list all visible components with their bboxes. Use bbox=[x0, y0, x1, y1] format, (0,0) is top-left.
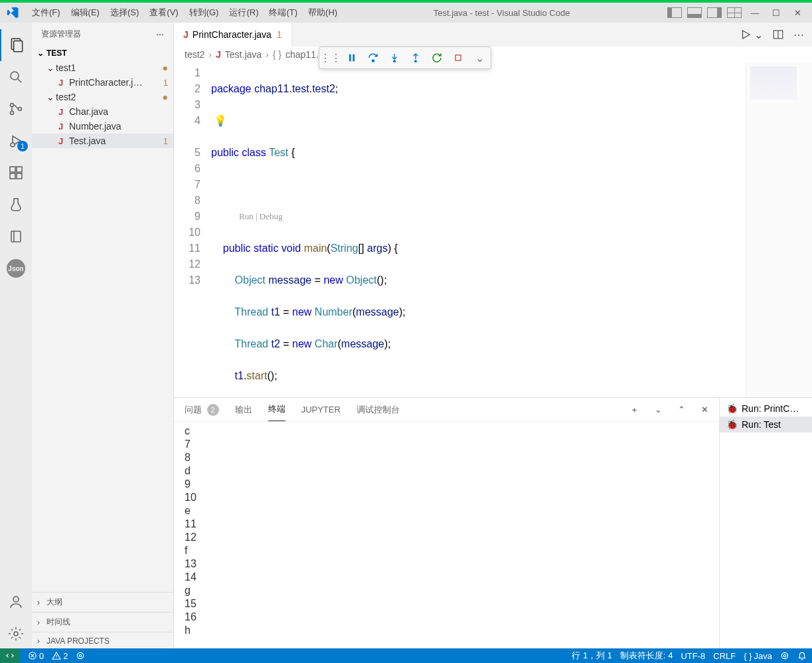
terminal-list: 🐞 Run: PrintC… 🐞 Run: Test bbox=[719, 398, 812, 650]
menu-select[interactable]: 选择(S) bbox=[105, 7, 144, 19]
run-dropdown-icon[interactable]: ⌄ bbox=[754, 29, 763, 41]
terminal-output[interactable]: c78d910e1112f1314g1516h bbox=[174, 422, 719, 650]
root-folder[interactable]: ⌄ TEST bbox=[32, 46, 173, 60]
codelens-run-debug[interactable]: Run | Debug bbox=[211, 209, 406, 225]
folder-label: test1 bbox=[56, 62, 76, 73]
menu-terminal[interactable]: 终端(T) bbox=[264, 7, 303, 19]
book-icon[interactable] bbox=[0, 221, 32, 252]
menu-goto[interactable]: 转到(G) bbox=[184, 7, 224, 19]
more-icon[interactable]: ⋯ bbox=[156, 30, 164, 39]
close-panel-icon[interactable]: ✕ bbox=[701, 405, 708, 415]
file-test[interactable]: J Test.java 1 bbox=[32, 134, 173, 148]
tab-row: J PrintCharacter.java 1 ⌄ ⋯ bbox=[174, 23, 812, 47]
tab-terminal[interactable]: 终端 bbox=[268, 398, 285, 421]
crumb-folder[interactable]: test2 bbox=[185, 49, 204, 60]
debug-icon[interactable]: 1 bbox=[0, 125, 32, 157]
menu-file[interactable]: 文件(F) bbox=[27, 7, 66, 19]
tab-output[interactable]: 输出 bbox=[235, 399, 252, 421]
menu-help[interactable]: 帮助(H) bbox=[303, 7, 343, 19]
tab-jupyter[interactable]: JUPYTER bbox=[301, 399, 341, 420]
test-icon[interactable] bbox=[0, 189, 32, 221]
svg-rect-9 bbox=[17, 173, 22, 179]
status-lncol[interactable]: 行 1，列 1 bbox=[572, 650, 612, 662]
file-printcharacter[interactable]: J PrintCharacter.j… 1 bbox=[32, 75, 173, 90]
source-control-icon[interactable] bbox=[0, 93, 32, 125]
breadcrumb[interactable]: test2 › J Test.java › { } chap11.test.te… bbox=[174, 47, 812, 62]
explorer-icon[interactable] bbox=[0, 29, 32, 61]
menu-run[interactable]: 运行(R) bbox=[224, 7, 264, 19]
new-terminal-icon[interactable]: ＋ bbox=[630, 404, 639, 416]
status-eol[interactable]: CRLF bbox=[713, 651, 736, 661]
bottom-panel: 问题 2 输出 终端 JUPYTER 调试控制台 ＋ ⌄ ⌃ ✕ c78d910… bbox=[174, 397, 812, 650]
extensions-icon[interactable] bbox=[0, 157, 32, 189]
status-warnings[interactable]: 2 bbox=[52, 651, 68, 661]
section-outline[interactable]: › 大纲 bbox=[32, 592, 173, 612]
step-over-icon[interactable] bbox=[366, 50, 380, 65]
status-feedback-icon[interactable] bbox=[780, 651, 789, 660]
pause-icon[interactable] bbox=[345, 50, 359, 65]
split-editor-icon[interactable] bbox=[772, 29, 784, 41]
status-errors[interactable]: 0 bbox=[28, 651, 44, 661]
menu-edit[interactable]: 编辑(E) bbox=[66, 7, 105, 19]
maximize-panel-icon[interactable]: ⌃ bbox=[678, 405, 685, 415]
run-icon[interactable] bbox=[740, 29, 752, 41]
file-number[interactable]: J Number.java bbox=[32, 119, 173, 134]
debug-dropdown-icon[interactable]: ⌄ bbox=[472, 50, 487, 65]
step-out-icon[interactable] bbox=[408, 50, 423, 65]
file-char[interactable]: J Char.java bbox=[32, 104, 173, 119]
drag-handle-icon[interactable]: ⋮⋮ bbox=[323, 50, 338, 65]
minimap[interactable] bbox=[746, 62, 812, 397]
account-icon[interactable] bbox=[0, 586, 32, 618]
titlebar: 文件(F) 编辑(E) 选择(S) 查看(V) 转到(G) 运行(R) 终端(T… bbox=[0, 3, 812, 23]
section-label: 大纲 bbox=[46, 597, 62, 608]
json-icon[interactable]: Json bbox=[0, 252, 32, 284]
terminal-run-test[interactable]: 🐞 Run: Test bbox=[720, 417, 812, 432]
run-label: Run: Test bbox=[742, 419, 781, 430]
svg-rect-7 bbox=[10, 167, 15, 172]
close-button[interactable]: ✕ bbox=[788, 8, 807, 18]
folder-test1[interactable]: ⌄ test1 ● bbox=[32, 60, 173, 75]
more-icon[interactable]: ⋯ bbox=[793, 29, 804, 41]
search-icon[interactable] bbox=[0, 61, 32, 93]
terminal-dropdown-icon[interactable]: ⌄ bbox=[655, 405, 662, 415]
layout-bottom-icon[interactable] bbox=[687, 7, 702, 18]
restart-icon[interactable] bbox=[430, 50, 444, 65]
tab-problems[interactable]: 问题 2 bbox=[185, 399, 219, 421]
tab-debugconsole[interactable]: 调试控制台 bbox=[357, 399, 400, 421]
tab-printcharacter[interactable]: J PrintCharacter.java 1 bbox=[174, 23, 292, 47]
section-javaprojects[interactable]: › JAVA PROJECTS bbox=[32, 632, 173, 650]
folder-test2[interactable]: ⌄ test2 ● bbox=[32, 90, 173, 104]
status-port[interactable] bbox=[76, 651, 85, 660]
svg-point-18 bbox=[394, 60, 396, 62]
layout-right-icon[interactable] bbox=[707, 7, 722, 18]
lightbulb-icon[interactable]: 💡 bbox=[211, 113, 406, 129]
terminal-run-printc[interactable]: 🐞 Run: PrintC… bbox=[720, 401, 812, 417]
settings-icon[interactable] bbox=[0, 618, 32, 650]
minimize-button[interactable]: — bbox=[746, 8, 764, 18]
debug-toolbar[interactable]: ⋮⋮ ⌄ bbox=[319, 47, 491, 69]
sidebar: 资源管理器 ⋯ ⌄ TEST ⌄ test1 ● J PrintCharacte… bbox=[32, 23, 174, 650]
remote-button[interactable] bbox=[0, 648, 20, 663]
stop-icon[interactable] bbox=[451, 50, 465, 65]
layout-left-icon[interactable] bbox=[667, 7, 682, 18]
status-bell-icon[interactable] bbox=[797, 651, 807, 660]
status-lang[interactable]: { } Java bbox=[744, 651, 772, 661]
layout-grid-icon[interactable] bbox=[727, 7, 742, 18]
root-label: TEST bbox=[46, 48, 67, 58]
dirty-dot: ● bbox=[163, 62, 168, 73]
svg-point-25 bbox=[783, 654, 786, 657]
status-encoding[interactable]: UTF-8 bbox=[681, 651, 705, 661]
namespace-icon: { } bbox=[273, 49, 282, 60]
svg-rect-8 bbox=[10, 173, 15, 179]
code-lines[interactable]: package chap11.test.test2; 💡 public clas… bbox=[211, 62, 406, 397]
section-timeline[interactable]: › 时间线 bbox=[32, 612, 173, 632]
status-tabsize[interactable]: 制表符长度: 4 bbox=[620, 650, 673, 662]
file-label: Number.java bbox=[69, 121, 122, 132]
crumb-file[interactable]: Test.java bbox=[225, 49, 262, 60]
step-into-icon[interactable] bbox=[387, 50, 402, 65]
svg-rect-1 bbox=[14, 41, 23, 52]
maximize-button[interactable]: ☐ bbox=[767, 8, 785, 18]
code-editor[interactable]: 12345678910111213 package chap11.test.te… bbox=[174, 62, 812, 397]
tab-label: PrintCharacter.java bbox=[193, 29, 272, 40]
menu-view[interactable]: 查看(V) bbox=[144, 7, 183, 19]
